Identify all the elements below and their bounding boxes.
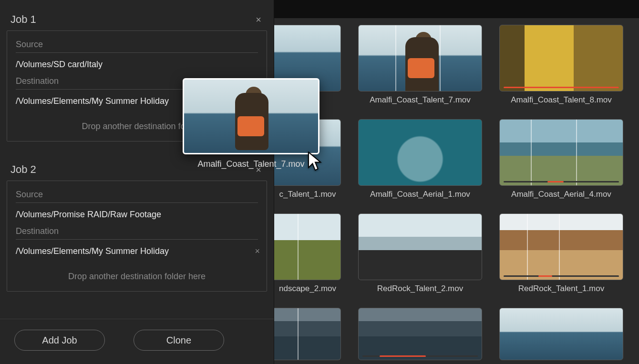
clip-thumbnail[interactable] [274,25,341,91]
job-2: Job 2 × Source /Volumes/Promise RAID/Raw… [0,150,274,300]
destination-path[interactable]: /Volumes/Elements/My Summer Holiday [16,240,258,261]
media-bin: Amalfi_Coast_Talent_7.movAmalfi_Coast_Ta… [274,0,639,364]
destination-label: Destination [16,224,258,240]
clip-thumbnail[interactable] [274,213,341,280]
clip-thumbnail[interactable] [499,25,623,91]
media-clip[interactable]: c_Talent_1.mov [274,119,341,199]
job-title: Job 1 [10,13,36,26]
clip-caption: c_Talent_1.mov [279,190,336,199]
source-path[interactable]: /Volumes/Promise RAID/Raw Footage [16,203,258,224]
drop-destination-hint[interactable]: Drop another destination folder here [16,261,258,282]
clone-tool-panel: Job 1 × Source /Volumes/SD card/Italy De… [0,0,274,364]
clip-caption: Amalfi_Coast_Aerial_4.mov [511,190,611,199]
clip-thumbnail[interactable] [274,308,341,360]
clip-thumbnail[interactable] [274,119,341,186]
source-label: Source [16,38,258,53]
clip-caption: RedRock_Talent_2.mov [377,284,463,293]
close-icon[interactable]: × [256,165,261,174]
media-topbar [274,0,639,18]
clip-thumbnail[interactable] [358,119,482,186]
destination-label: Destination [16,74,258,90]
clip-thumbnail[interactable] [499,213,623,280]
media-clip[interactable] [274,25,341,105]
media-clip[interactable]: RedRock_Talent_1.mov [499,213,623,293]
clone-button[interactable]: Clone [134,330,224,351]
drop-destination-hint[interactable]: Drop another destination fold [16,111,258,131]
source-path[interactable]: /Volumes/SD card/Italy [16,53,258,74]
clip-caption: Amalfi_Coast_Talent_7.mov [370,95,471,105]
clip-caption: ndscape_2.mov [279,284,336,293]
clip-caption: RedRock_Talent_1.mov [518,284,604,293]
clip-thumbnail[interactable] [358,25,482,91]
destination-path[interactable]: /Volumes/Elements/My Summer Holiday [16,90,258,111]
job-body[interactable]: Source /Volumes/Promise RAID/Raw Footage… [7,181,267,292]
remove-destination-icon[interactable]: × [255,246,260,256]
clip-thumbnail[interactable] [358,213,482,280]
clip-caption: Amalfi_Coast_Talent_8.mov [511,95,612,105]
media-clip[interactable]: ndscape_2.mov [274,213,341,293]
clip-thumbnail[interactable] [358,308,482,360]
media-clip[interactable]: RedRock_Talent_2.mov [358,213,482,293]
clip-thumbnail[interactable] [499,308,623,360]
add-job-button[interactable]: Add Job [14,330,105,351]
media-clip[interactable]: Amalfi_Coast_Talent_7.mov [358,25,482,105]
media-clip[interactable]: Amalfi_Coast_Aerial_4.mov [499,119,623,199]
media-clip[interactable]: Amalfi_Coast_Aerial_1.mov [358,119,482,199]
close-icon[interactable]: × [256,15,261,24]
media-clip[interactable] [358,308,482,360]
job-1: Job 1 × Source /Volumes/SD card/Italy De… [0,0,274,150]
clip-caption: Amalfi_Coast_Aerial_1.mov [370,190,470,199]
source-label: Source [16,188,258,203]
media-clip[interactable]: Amalfi_Coast_Talent_8.mov [499,25,623,105]
job-title: Job 2 [10,163,36,176]
clip-thumbnail[interactable] [499,119,623,186]
media-clip[interactable] [499,308,623,360]
job-body[interactable]: Source /Volumes/SD card/Italy Destinatio… [7,30,267,142]
media-clip[interactable] [274,308,341,360]
